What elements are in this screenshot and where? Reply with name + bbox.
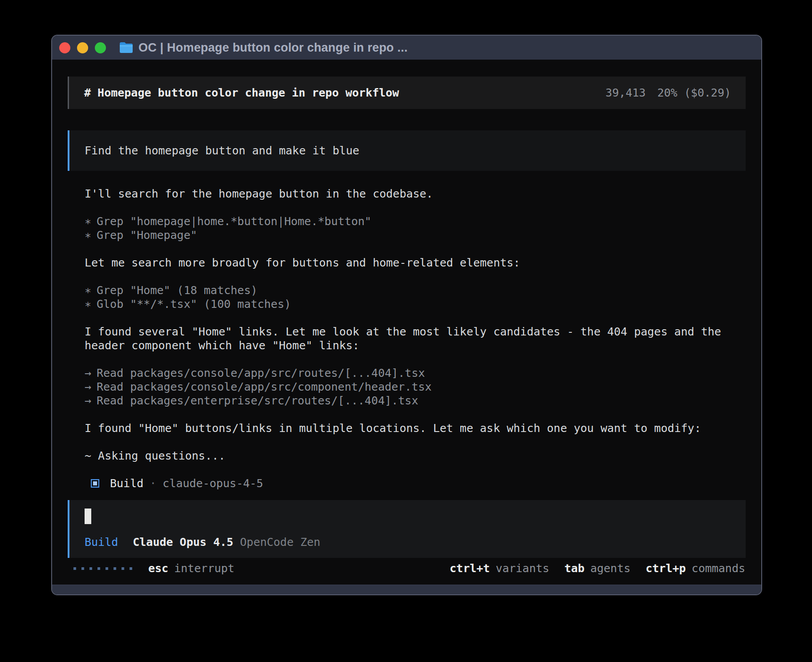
input-footer: Build Claude Opus 4.5 OpenCode Zen <box>85 535 731 549</box>
tool-call-label: Grep "Home" (18 matches) <box>97 284 257 297</box>
tool-call-glob: ∗Glob "**/*.tsx" (100 matches) <box>85 297 746 311</box>
text-cursor <box>85 509 91 524</box>
tool-call-label: Read packages/enterprise/src/routes/[...… <box>97 394 418 407</box>
title-bar[interactable]: OC | Homepage button color change in rep… <box>52 36 761 60</box>
tool-call-read: →Read packages/console/app/src/routes/[.… <box>85 366 746 380</box>
shortcut-key: esc <box>148 561 168 575</box>
tool-bullet-icon: ∗ <box>85 214 97 228</box>
desktop-background: OC | Homepage button color change in rep… <box>0 0 812 662</box>
assistant-text: I found several "Home" links. Let me loo… <box>85 325 735 352</box>
session-header: # Homepage button color change in repo w… <box>68 77 746 109</box>
read-arrow-icon: → <box>85 394 97 408</box>
tool-call-label: Read packages/console/app/src/routes/[..… <box>97 367 425 379</box>
tool-call-group: →Read packages/console/app/src/routes/[.… <box>68 366 746 408</box>
user-message-text: Find the homepage button and make it blu… <box>85 144 359 157</box>
tool-call-grep: ∗Grep "Homepage" <box>85 228 746 242</box>
window-bottom-frame <box>52 585 761 594</box>
tool-call-label: Read packages/console/app/src/component/… <box>97 380 432 393</box>
shortcut-label: variants <box>495 561 549 575</box>
input-agent-label[interactable]: Build <box>85 535 118 549</box>
shortcut-label: agents <box>590 561 630 575</box>
zoom-button[interactable] <box>95 42 106 53</box>
shortcut-label: interrupt <box>174 561 234 575</box>
agent-indicator: Build · claude-opus-4-5 <box>91 476 746 490</box>
tool-call-read: →Read packages/console/app/src/component… <box>85 380 746 394</box>
minimize-button[interactable] <box>77 42 88 53</box>
working-status: ~ Asking questions... <box>85 449 746 463</box>
tool-bullet-icon: ∗ <box>85 283 97 297</box>
agent-square-icon <box>91 479 99 488</box>
token-count: 39,413 <box>605 86 646 100</box>
agents-shortcut: tab agents <box>564 561 630 575</box>
session-title: # Homepage button color change in repo w… <box>84 86 399 100</box>
shortcut-hints: ctrl+t variants tab agents ctrl+p comman… <box>450 561 745 575</box>
tool-call-group: ∗Grep "Home" (18 matches) ∗Glob "**/*.ts… <box>68 283 746 311</box>
assistant-text: Let me search more broadly for buttons a… <box>85 256 735 270</box>
close-button[interactable] <box>59 42 70 53</box>
prompt-input[interactable]: Build Claude Opus 4.5 OpenCode Zen <box>68 500 746 558</box>
session-stats: 39,413 20% ($0.29) <box>605 86 731 100</box>
assistant-text: I'll search for the homepage button in t… <box>85 187 735 201</box>
tool-call-grep: ∗Grep "Home" (18 matches) <box>85 283 746 297</box>
input-model-label[interactable]: Claude Opus 4.5 <box>133 535 233 549</box>
tool-call-label: Glob "**/*.tsx" (100 matches) <box>97 298 291 311</box>
input-provider-label: OpenCode Zen <box>240 535 321 549</box>
window-title: OC | Homepage button color change in rep… <box>138 41 408 55</box>
shortcut-key: tab <box>564 561 585 575</box>
tool-call-label: Grep "Homepage" <box>97 229 197 242</box>
variants-shortcut: ctrl+t variants <box>450 561 549 575</box>
spinner-dots-icon <box>73 567 132 570</box>
tool-bullet-icon: ∗ <box>85 297 97 311</box>
tool-call-group: ∗Grep "homepage|home.*button|Home.*butto… <box>68 214 746 242</box>
agent-model: claude-opus-4-5 <box>162 476 263 490</box>
read-arrow-icon: → <box>85 380 97 394</box>
agent-name: Build <box>110 476 143 490</box>
user-message: Find the homepage button and make it blu… <box>68 130 746 171</box>
context-cost: 20% ($0.29) <box>657 86 731 100</box>
terminal-window: OC | Homepage button color change in rep… <box>51 35 762 595</box>
assistant-text: I found "Home" buttons/links in multiple… <box>85 421 735 435</box>
esc-shortcut: esc interrupt <box>148 561 235 575</box>
traffic-lights <box>59 42 106 53</box>
dot-separator: · <box>150 476 156 490</box>
shortcut-key: ctrl+p <box>646 561 686 575</box>
status-bar: esc interrupt ctrl+t variants tab agents… <box>68 561 746 575</box>
terminal-content: # Homepage button color change in repo w… <box>52 60 761 585</box>
read-arrow-icon: → <box>85 366 97 380</box>
shortcut-key: ctrl+t <box>450 561 490 575</box>
tool-call-grep: ∗Grep "homepage|home.*button|Home.*butto… <box>85 214 746 228</box>
commands-shortcut: ctrl+p commands <box>646 561 745 575</box>
folder-icon <box>119 42 133 53</box>
tool-bullet-icon: ∗ <box>85 228 97 242</box>
tool-call-read: →Read packages/enterprise/src/routes/[..… <box>85 394 746 408</box>
tool-call-label: Grep "homepage|home.*button|Home.*button… <box>97 215 371 228</box>
shortcut-label: commands <box>692 561 745 575</box>
